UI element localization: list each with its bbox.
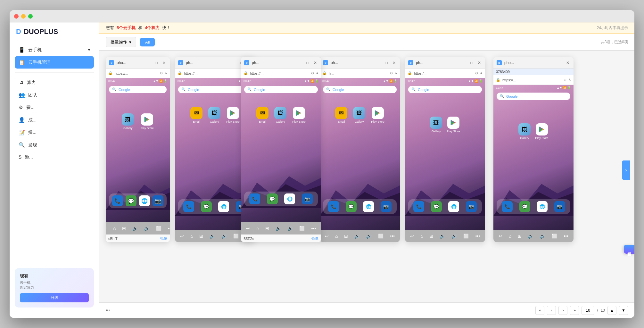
sidebar-item-member[interactable]: 👤 成...: [15, 114, 94, 126]
sidebar-item-yunphone[interactable]: 📱 云手机 ▾: [15, 44, 94, 56]
dock-messages-4[interactable]: 💬: [346, 201, 357, 212]
phone-5-close[interactable]: ✕: [477, 60, 482, 65]
email-app-2[interactable]: ✉ Email: [190, 107, 202, 123]
phone-window-4[interactable]: p ph... — □ ✕ 🔒 h... ⊖ 𝐀 00:47: [320, 57, 400, 242]
contact-us-button[interactable]: 联系我们: [624, 245, 634, 254]
phone-3-maximize[interactable]: □: [305, 60, 310, 65]
phone-4-maximize[interactable]: □: [384, 60, 389, 65]
phone-3-zoom-out[interactable]: ⊖: [311, 71, 314, 75]
navbar-vol-down-5[interactable]: 🔉: [440, 234, 445, 239]
phone-3-close[interactable]: ✕: [313, 60, 318, 65]
dock-chrome-4[interactable]: 🌐: [363, 201, 374, 212]
gallery-app-6[interactable]: 🖼 Gallery: [518, 123, 531, 140]
gallery-app-4[interactable]: 🖼 Gallery: [353, 107, 365, 123]
navbar-more-5[interactable]: •••: [475, 234, 480, 239]
phone-3-minimize[interactable]: —: [297, 60, 302, 65]
navbar-vol-up-5[interactable]: 🔊: [451, 234, 457, 239]
navbar-apps-5[interactable]: ⊞: [429, 234, 433, 239]
phone-6-maximize[interactable]: □: [557, 60, 563, 65]
playstore-app-6[interactable]: Play Store: [535, 123, 549, 140]
filter-all-button[interactable]: All: [140, 38, 155, 46]
dock-phone-2[interactable]: 📞: [183, 201, 194, 212]
phone-5-aa-icon[interactable]: 𝐀: [480, 71, 483, 75]
navbar-more-4[interactable]: •••: [390, 234, 395, 239]
dock-camera-1[interactable]: 📷: [153, 195, 163, 206]
navbar-more-1[interactable]: •••: [168, 226, 170, 231]
phone-4-close[interactable]: ✕: [392, 60, 397, 65]
navbar-more-3[interactable]: •••: [311, 226, 316, 231]
phone-3-aa-icon[interactable]: 𝐀: [316, 71, 318, 75]
phone-3-search[interactable]: 🔍 Google: [244, 86, 318, 93]
navbar-screen-3[interactable]: ⬜: [299, 226, 305, 231]
page-prev-btn[interactable]: ‹: [547, 306, 556, 315]
navbar-screen-1[interactable]: ⬜: [156, 226, 161, 231]
page-first-btn[interactable]: «: [535, 306, 544, 315]
navbar-back-3[interactable]: ↩: [246, 226, 250, 231]
playstore-app-4[interactable]: Play Store: [371, 107, 384, 123]
scroll-right-panel[interactable]: ›: [622, 160, 630, 180]
dock-chrome-5[interactable]: 🌐: [448, 201, 459, 212]
page-last-btn[interactable]: »: [570, 306, 579, 315]
sidebar-item-team[interactable]: 👥 团队: [15, 89, 94, 101]
phone-5-minimize[interactable]: —: [461, 60, 466, 65]
dock-camera-5[interactable]: 📷: [466, 201, 477, 212]
playstore-app-3[interactable]: Play Store: [292, 107, 306, 123]
navbar-back-1[interactable]: ↩: [106, 226, 107, 231]
dock-phone-1[interactable]: 📞: [112, 195, 123, 206]
playstore-app-5[interactable]: Play Store: [447, 117, 460, 133]
dock-chrome-1[interactable]: 🌐: [139, 195, 150, 206]
navbar-home-3[interactable]: ⌂: [256, 226, 259, 231]
gallery-app-2[interactable]: 🖼 Gallery: [208, 107, 220, 123]
dock-camera-3[interactable]: 📷: [302, 193, 313, 204]
navbar-home-1[interactable]: ⌂: [113, 226, 116, 231]
phone-4-minimize[interactable]: —: [376, 60, 381, 65]
sidebar-item-compute[interactable]: 🖥 算力: [15, 77, 94, 89]
sidebar-item-phone-mgmt[interactable]: 📋 云手机管理: [15, 56, 94, 69]
dock-phone-3[interactable]: 📞: [249, 193, 260, 204]
phone-6-close[interactable]: ✕: [565, 60, 570, 65]
page-up-btn[interactable]: ▲: [607, 306, 616, 315]
upgrade-button[interactable]: 升级: [20, 293, 89, 302]
navbar-back-6[interactable]: ↩: [499, 234, 502, 239]
phone-3-mirror[interactable]: 镜像: [311, 236, 318, 241]
navbar-back-2[interactable]: ↩: [180, 234, 184, 239]
navbar-vol-down-1[interactable]: 🔉: [132, 226, 138, 231]
dock-messages-5[interactable]: 💬: [431, 201, 442, 212]
email-app-4[interactable]: ✉ Email: [335, 107, 347, 123]
close-button[interactable]: [14, 14, 19, 19]
navbar-apps-6[interactable]: ⊞: [518, 234, 522, 239]
dock-messages-1[interactable]: 💬: [126, 195, 136, 206]
phone-window-6[interactable]: p pho... — □ ✕ 3783409 🔒 https://... ⊖ 𝐀: [493, 57, 574, 242]
dock-camera-4[interactable]: 📷: [381, 201, 392, 212]
phone-1-aa-icon[interactable]: 𝐀: [165, 71, 167, 75]
playstore-app-1[interactable]: Play Store: [140, 113, 154, 130]
phone-1-zoom-out[interactable]: ⊖: [160, 71, 163, 75]
dock-phone-5[interactable]: 📞: [413, 201, 424, 212]
navbar-vol-up-6[interactable]: 🔊: [540, 234, 545, 239]
email-app-3[interactable]: ✉ Email: [256, 107, 268, 123]
gallery-app-3[interactable]: 🖼 Gallery: [274, 107, 286, 123]
navbar-home-4[interactable]: ⌂: [335, 234, 338, 239]
maximize-button[interactable]: [28, 14, 33, 19]
dock-chrome-3[interactable]: 🌐: [284, 193, 295, 204]
phone-4-zoom-out[interactable]: ⊖: [390, 71, 393, 75]
phone-1-mirror[interactable]: 镜像: [160, 236, 167, 241]
navbar-apps-4[interactable]: ⊞: [344, 234, 348, 239]
dock-phone-4[interactable]: 📞: [328, 201, 339, 212]
navbar-screen-6[interactable]: ⬜: [552, 234, 557, 239]
dock-phone-6[interactable]: 📞: [502, 201, 513, 212]
navbar-more-6[interactable]: •••: [564, 234, 568, 239]
phone-6-aa-icon[interactable]: 𝐀: [568, 78, 571, 82]
batch-ops-button[interactable]: 批量操作 ▾: [106, 37, 136, 47]
phone-1-minimize[interactable]: —: [146, 60, 151, 65]
sidebar-item-discover[interactable]: 🔍 发现: [15, 139, 94, 151]
sidebar-item-fee[interactable]: ⚙ 费...: [15, 101, 94, 114]
navbar-vol-up-2[interactable]: 🔊: [221, 234, 227, 239]
phone-2-minimize[interactable]: —: [231, 60, 236, 65]
dock-chrome-6[interactable]: 🌐: [537, 201, 548, 212]
phone-6-minimize[interactable]: —: [550, 60, 555, 65]
navbar-home-2[interactable]: ⌂: [190, 234, 193, 239]
dock-messages-3[interactable]: 💬: [267, 193, 278, 204]
sidebar-item-ops[interactable]: 📝 操...: [15, 126, 94, 139]
navbar-vol-down-6[interactable]: 🔉: [528, 234, 533, 239]
